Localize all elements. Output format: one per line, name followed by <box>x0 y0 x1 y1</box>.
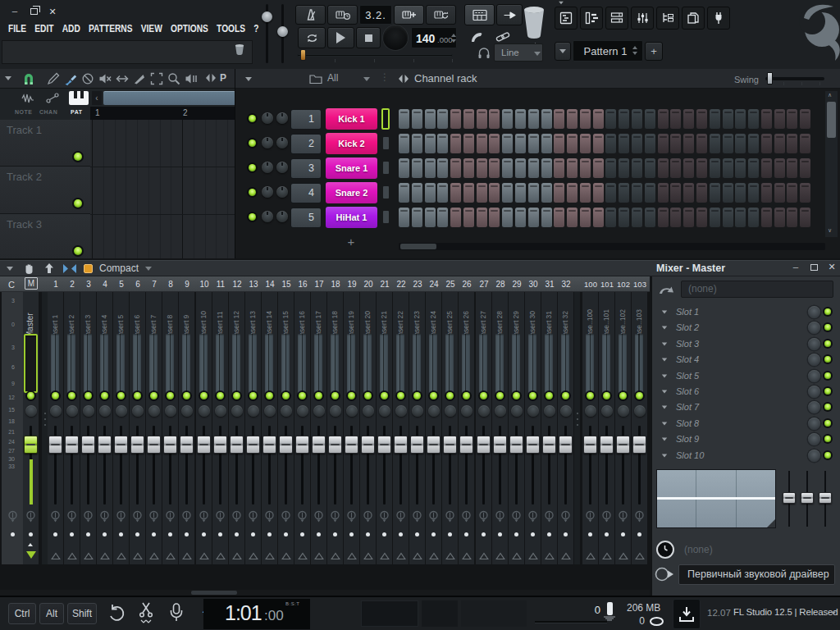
strip-led[interactable] <box>315 392 322 399</box>
route-dot[interactable] <box>29 532 33 536</box>
route-dot[interactable] <box>349 532 354 536</box>
plugin-input-field[interactable]: (none) <box>681 281 833 298</box>
master-route-arrow[interactable] <box>26 551 36 559</box>
slot-led[interactable] <box>824 452 831 459</box>
pattern-menu-button[interactable] <box>555 42 571 61</box>
step-cell[interactable] <box>437 208 448 227</box>
stereo-icon[interactable] <box>231 510 242 523</box>
step-cell[interactable] <box>580 109 591 129</box>
channel-pan-knob[interactable] <box>262 211 273 222</box>
mixer-strip[interactable]: Insert 27 <box>476 292 491 564</box>
route-triangle[interactable] <box>216 552 226 560</box>
mixer-view-mode[interactable]: Compact <box>99 262 139 274</box>
main-volume-knob[interactable] <box>262 11 272 22</box>
menu-item-tools[interactable]: TOOLS <box>217 23 245 34</box>
menu-item-help[interactable]: ? <box>253 23 258 34</box>
mixer-strip[interactable]: Insert 5 <box>113 292 129 564</box>
step-cell[interactable] <box>477 134 487 153</box>
pattern-spin-up[interactable] <box>632 46 637 49</box>
slot-knob[interactable] <box>808 450 820 462</box>
step-cell[interactable] <box>800 183 810 203</box>
step-cell[interactable] <box>683 158 694 178</box>
zoom-tool-icon[interactable] <box>167 72 180 85</box>
step-cell[interactable] <box>554 134 564 153</box>
slot-arrow[interactable] <box>662 342 667 345</box>
channel-selector[interactable] <box>383 137 389 149</box>
step-cell[interactable] <box>580 158 591 178</box>
route-dot[interactable] <box>605 532 609 536</box>
strip-led[interactable] <box>463 392 470 399</box>
step-cell[interactable] <box>723 134 733 153</box>
step-cell[interactable] <box>670 158 681 178</box>
pattern-selector[interactable]: Pattern 1 <box>573 40 643 62</box>
step-cell[interactable] <box>800 134 810 153</box>
step-cell[interactable] <box>412 134 422 153</box>
stereo-icon[interactable] <box>412 510 422 523</box>
strip-pan-knob[interactable] <box>50 405 62 417</box>
step-cell[interactable] <box>670 183 681 203</box>
stereo-icon[interactable] <box>199 510 209 523</box>
mixer-strip[interactable]: Insert 6 <box>130 292 145 564</box>
step-cell[interactable] <box>723 158 733 178</box>
step-cell[interactable] <box>658 183 669 203</box>
strip-fader-handle[interactable] <box>180 436 194 454</box>
route-triangle[interactable] <box>265 552 275 560</box>
step-cell[interactable] <box>567 109 578 129</box>
step-cell[interactable] <box>632 134 642 153</box>
step-cell[interactable] <box>645 158 655 178</box>
paint-tool-icon[interactable] <box>64 72 77 85</box>
strip-fader-handle[interactable] <box>114 436 128 454</box>
group-filter-value[interactable]: All <box>327 72 338 84</box>
step-cell[interactable] <box>748 208 759 227</box>
step-cell[interactable] <box>437 158 448 178</box>
step-cell[interactable] <box>696 109 707 129</box>
strip-fader-handle[interactable] <box>147 436 161 454</box>
step-cell[interactable] <box>567 183 578 203</box>
mixer-strip[interactable]: Insert 21 <box>377 292 392 564</box>
stereo-icon[interactable] <box>634 510 645 523</box>
step-cell[interactable] <box>425 134 436 153</box>
stereo-icon[interactable] <box>116 510 126 523</box>
strip-led[interactable] <box>233 392 240 399</box>
mixer-strip[interactable]: Insert 13 <box>245 292 261 564</box>
group-filter-arrow[interactable] <box>363 77 370 81</box>
step-cell[interactable] <box>800 208 810 227</box>
strip-fader-handle[interactable] <box>394 436 408 454</box>
strip-pan-knob[interactable] <box>281 405 292 417</box>
tab-notes-icon[interactable] <box>21 93 34 103</box>
slot-arrow[interactable] <box>662 422 667 425</box>
menu-item-view[interactable]: VIEW <box>141 23 162 34</box>
mixer-strip[interactable]: Insert 8 <box>162 292 178 564</box>
strip-pan-knob[interactable] <box>165 405 176 417</box>
channel-selector[interactable] <box>383 186 389 199</box>
close-button[interactable]: ✕ <box>44 5 61 18</box>
slot-arrow[interactable] <box>662 438 667 441</box>
strip-pan-knob[interactable] <box>495 405 506 417</box>
step-cell[interactable] <box>632 109 642 129</box>
strip-led[interactable] <box>446 392 454 399</box>
strip-fader-handle[interactable] <box>600 436 614 454</box>
stereo-icon[interactable] <box>215 510 226 523</box>
channel-number[interactable]: 4 <box>290 183 322 203</box>
strip-pan-knob[interactable] <box>181 405 193 417</box>
route-dot[interactable] <box>547 532 551 536</box>
track-header[interactable]: Track 1 <box>0 120 90 167</box>
route-triangle[interactable] <box>347 552 357 560</box>
step-cell[interactable] <box>670 109 681 129</box>
step-cell[interactable] <box>515 109 526 129</box>
strip-pan-knob[interactable] <box>346 405 358 417</box>
strip-fader-handle[interactable] <box>279 436 293 454</box>
channel-button[interactable]: HiHat 1 <box>326 207 377 228</box>
loop-record-button[interactable] <box>426 5 456 25</box>
track-led[interactable] <box>74 247 82 255</box>
channel-led[interactable] <box>249 115 256 122</box>
route-dot[interactable] <box>70 532 74 536</box>
tempo-spin-down[interactable] <box>451 39 456 43</box>
stereo-icon[interactable] <box>428 510 439 523</box>
strip-pan-knob[interactable] <box>461 405 472 417</box>
mixer-hscroll-handle[interactable] <box>191 591 237 595</box>
stereo-icon[interactable] <box>25 510 36 523</box>
route-triangle[interactable] <box>479 552 489 560</box>
mixer-strip[interactable]: Insert 3 <box>80 292 96 564</box>
track-header[interactable]: Track 3 <box>0 214 90 258</box>
